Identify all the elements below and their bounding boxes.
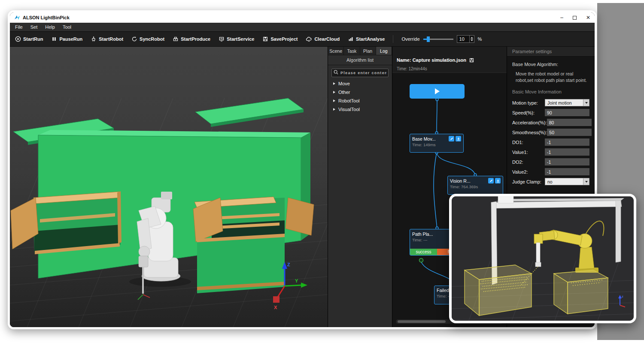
startanalyse-button[interactable]: StartAnalyse [348, 36, 385, 42]
param-row-acceleration: Acceleration(%): 80 [512, 119, 589, 126]
algorithm-list-title: Algorithm list [328, 55, 392, 65]
3d-viewport[interactable]: Z Y X [10, 47, 328, 327]
algorithm-description: Move the robot model or real robot,set r… [512, 71, 590, 84]
override-value[interactable]: 10 [457, 36, 469, 42]
acceleration-input[interactable]: 80 [547, 119, 592, 126]
save-project-icon[interactable] [469, 57, 474, 63]
saveproject-button[interactable]: SaveProject [262, 36, 298, 42]
download-icon[interactable] [495, 178, 501, 184]
chevron-down-icon [585, 102, 588, 104]
menu-set[interactable]: Set [30, 24, 38, 30]
node-title: Vision R... [450, 178, 471, 184]
success-button[interactable]: success [410, 249, 437, 255]
basic-move-information-label: Basic Move Information [512, 89, 589, 94]
param-row-do2: DO2: -1 [512, 158, 589, 165]
close-button[interactable]: ✕ [586, 15, 590, 20]
flow-node-base-move[interactable]: Base Mov... Time: 149ms [410, 134, 464, 153]
stepper-down-icon[interactable] [471, 39, 473, 41]
dropdown-button[interactable] [583, 178, 589, 185]
play-icon [435, 88, 440, 94]
syncrobot-button[interactable]: SyncRobot [131, 36, 164, 42]
tree-item-robottool[interactable]: RobotTool [328, 96, 392, 105]
tree-label: Move [338, 81, 350, 86]
clearcloud-button[interactable]: ClearCloud [306, 36, 340, 42]
download-icon[interactable] [456, 136, 461, 141]
do2-input[interactable]: -1 [545, 158, 589, 165]
pause-icon [51, 36, 57, 42]
app-logo-icon [14, 15, 20, 21]
flow-start-node[interactable] [410, 84, 465, 99]
param-label: DO1: [512, 140, 523, 145]
override-stepper[interactable] [469, 36, 474, 42]
robot-icon [91, 36, 97, 42]
override-slider[interactable] [423, 39, 453, 40]
flow-header: Name: Capture simulation.json [392, 55, 507, 65]
stepper-up-icon[interactable] [471, 37, 473, 39]
judge-clamp-select[interactable]: no [545, 178, 589, 185]
startrun-label: StartRun [23, 36, 43, 42]
axis-z-label: Z [287, 262, 290, 267]
menu-help[interactable]: Help [45, 24, 55, 30]
value2-input[interactable]: -1 [545, 168, 589, 175]
bar-chart-icon [348, 36, 354, 42]
param-label: Value1: [512, 150, 528, 155]
startanalyse-label: StartAnalyse [356, 36, 385, 42]
tab-plan[interactable]: Plan [360, 47, 376, 55]
chevron-down-icon [585, 181, 588, 183]
chevron-right-icon [333, 108, 335, 111]
flow-node-vision[interactable]: Vision R... Time: 764.369s [447, 176, 503, 195]
select-value: no [547, 179, 553, 184]
override-unit: % [478, 36, 482, 42]
tree-item-other[interactable]: Other [328, 88, 392, 96]
smoothness-input[interactable]: 50 [547, 129, 592, 136]
do1-input[interactable]: -1 [545, 138, 589, 146]
tab-scene[interactable]: Scene [328, 47, 344, 55]
algorithm-panel: Scene Task Plan Log Algorithm list Move … [328, 47, 392, 327]
syncrobot-label: SyncRobot [140, 36, 164, 42]
value1-input[interactable]: -1 [545, 148, 589, 156]
override-slider-thumb[interactable] [427, 36, 430, 42]
startrobot-button[interactable]: StartRobot [91, 36, 123, 42]
titlebar[interactable]: ALSON LightBinPick – ✕ [10, 12, 595, 23]
tree-item-visualtool[interactable]: VisualTool [328, 105, 392, 114]
simulation-preview-window[interactable]: z [449, 194, 636, 323]
tab-log[interactable]: Log [376, 47, 392, 55]
select-value: Joint motion [547, 100, 572, 105]
param-row-motion-type: Motion type: Joint motion [512, 99, 589, 106]
axis-x-label: X [274, 305, 277, 310]
sync-icon [131, 36, 137, 42]
speed-input[interactable]: 90 [545, 109, 589, 116]
chevron-right-icon [333, 82, 335, 85]
preview-scene: z [452, 196, 634, 321]
menu-tool[interactable]: Tool [63, 24, 71, 30]
param-label: Smoothness(%): [512, 130, 547, 135]
search-input[interactable] [331, 69, 389, 77]
startservice-button[interactable]: StartService [219, 36, 254, 42]
machine-icon [173, 36, 179, 42]
maximize-button[interactable] [573, 16, 577, 20]
cloud-icon [306, 36, 312, 42]
tree-label: VisualTool [338, 107, 360, 112]
startrun-button[interactable]: StartRun [15, 36, 43, 42]
window-title: ALSON LightBinPick [23, 15, 70, 20]
edit-icon[interactable] [449, 136, 454, 141]
preview-axis-z-label: z [622, 295, 623, 298]
scrollbar-thumb[interactable] [398, 320, 446, 323]
toolbar: StartRun PauseRun StartRobot [10, 31, 595, 47]
search-icon [334, 70, 338, 75]
dropdown-button[interactable] [583, 99, 589, 106]
startproduce-button[interactable]: StartProduce [173, 36, 210, 42]
minimize-button[interactable]: – [560, 15, 563, 20]
menu-file[interactable]: File [15, 24, 23, 30]
pauserun-button[interactable]: PauseRun [51, 36, 82, 42]
flow-project-name: Name: Capture simulation.json [397, 57, 466, 63]
override-spinbox[interactable]: 10 [457, 35, 474, 43]
edit-icon[interactable] [488, 178, 494, 184]
startrobot-label: StartRobot [99, 36, 123, 42]
motion-type-select[interactable]: Joint motion [545, 99, 589, 106]
tree-item-move[interactable]: Move [328, 79, 392, 88]
chevron-right-icon [333, 91, 335, 93]
tab-task[interactable]: Task [344, 47, 360, 55]
menubar: File Set Help Tool [10, 23, 595, 31]
startproduce-label: StartProduce [181, 36, 210, 42]
